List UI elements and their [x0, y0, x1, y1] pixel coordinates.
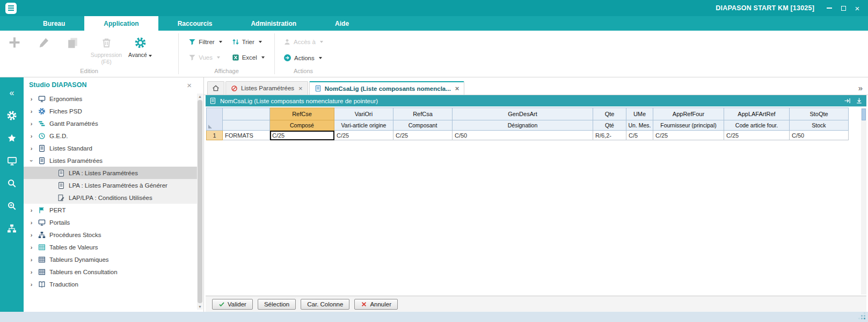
tab-nomcsalig-liste-composants-nomencla[interactable]: NomCsaLig (Liste composants nomencla...×	[309, 81, 465, 95]
column-header-gendesart[interactable]: GenDesArt	[453, 108, 593, 120]
copy-button[interactable]	[58, 31, 87, 50]
column-subheader-blank[interactable]	[223, 120, 270, 131]
grid-cell[interactable]: C/50	[790, 131, 849, 140]
sort-button[interactable]: Trier	[230, 38, 267, 46]
grid-scrollbar[interactable]	[861, 108, 866, 295]
grid-cell[interactable]: C/5	[626, 131, 653, 140]
expand-icon[interactable]: ›	[29, 133, 34, 139]
column-header-variori[interactable]: VariOri	[334, 108, 393, 120]
tree-item-listes-parametrees[interactable]: ›Listes Paramétrées	[24, 154, 197, 167]
tab-home[interactable]	[207, 81, 224, 95]
actions-button[interactable]: Actions	[281, 53, 325, 62]
column-subheader-applafartref[interactable]: Code article four.	[724, 120, 790, 131]
grid-cell[interactable]: C/25	[724, 131, 790, 140]
column-header-qte[interactable]: Qte	[593, 108, 626, 120]
tree-item-tableurs-dynamiques[interactable]: ›Tableurs Dynamiques	[24, 253, 197, 266]
column-subheader-refcse[interactable]: Composé	[270, 120, 334, 131]
expand-icon[interactable]: ›	[29, 256, 34, 263]
menu-item-application[interactable]: Application	[84, 16, 158, 31]
tree-item-g-e-d[interactable]: ›G.E.D.	[24, 130, 197, 142]
select-all-corner-cell[interactable]	[207, 108, 223, 131]
expand-icon[interactable]: ›	[29, 219, 34, 226]
expand-icon[interactable]: ›	[29, 232, 34, 238]
column-header-refcsa[interactable]: RefCsa	[393, 108, 453, 120]
grid-cell-editing[interactable]: C/25	[270, 131, 334, 140]
close-icon[interactable]: ×	[851, 2, 864, 14]
views-button[interactable]: Vues	[186, 53, 224, 62]
scroll-down-icon[interactable]: ▼	[198, 304, 202, 310]
resize-grip-icon[interactable]	[864, 318, 865, 319]
tree-item-portails[interactable]: ›Portails	[24, 216, 197, 228]
tab-close-icon[interactable]: ×	[298, 84, 303, 92]
expand-icon[interactable]: ›	[29, 145, 34, 152]
menu-item-bureau[interactable]: Bureau	[24, 16, 84, 31]
column-header-appreffour[interactable]: AppRefFour	[653, 108, 724, 120]
tree-close-icon[interactable]: ×	[187, 81, 192, 90]
minimize-icon[interactable]	[823, 2, 836, 14]
column-header-refcse[interactable]: RefCse	[270, 108, 334, 120]
selection-button[interactable]: Sélection	[258, 299, 296, 310]
expand-icon[interactable]: ›	[29, 244, 34, 251]
column-subheader-variori[interactable]: Vari-article origine	[334, 120, 393, 131]
tree-item-procedures-stocks[interactable]: ›Procédures Stocks	[24, 228, 197, 241]
settings-icon[interactable]	[0, 104, 24, 127]
download-icon[interactable]	[856, 97, 863, 104]
column-header-stoqte[interactable]: StoQte	[790, 108, 849, 120]
grid-cell[interactable]: FORMATS	[223, 131, 270, 140]
tree-item-tables-de-valeurs[interactable]: ›Tables de Valeurs	[24, 241, 197, 253]
search-advanced-icon[interactable]	[0, 195, 24, 217]
column-header-ume[interactable]: UMe	[626, 108, 653, 120]
advanced-button[interactable]: Avancé	[126, 31, 155, 59]
expand-icon[interactable]: ›	[29, 108, 34, 115]
tree-scrollbar[interactable]: ▲ ▼	[197, 94, 203, 310]
edit-button[interactable]	[29, 31, 58, 50]
menu-item-raccourcis[interactable]: Raccourcis	[158, 16, 232, 31]
grid-cell[interactable]: C/25	[393, 131, 453, 140]
grid-scroll-thumb[interactable]	[862, 109, 866, 120]
tree-item-lap-lpa-conditions-utilisees[interactable]: LAP/LPA : Conditions Utilisées	[24, 191, 197, 204]
menu-item-administration[interactable]: Administration	[231, 16, 316, 31]
access-button[interactable]: Accès à	[281, 38, 325, 46]
go-to-last-icon[interactable]	[844, 97, 851, 104]
tab-listes-parametrees[interactable]: Listes Paramétrées×	[225, 81, 308, 95]
tree-item-traduction[interactable]: ›Traduction	[24, 278, 197, 290]
tree-item-lpa-listes-parametrees-a-generer[interactable]: LPA : Listes Paramétrées à Générer	[24, 179, 197, 191]
column-header-applafartref[interactable]: AppLAFArtRef	[724, 108, 790, 120]
search-icon[interactable]	[0, 172, 24, 195]
column-subheader-appreffour[interactable]: Fournisseur (principal)	[653, 120, 724, 131]
car-colonne-button[interactable]: Car. Colonne	[301, 299, 349, 310]
excel-button[interactable]: Excel	[230, 53, 267, 62]
expand-icon[interactable]: ›	[29, 281, 34, 288]
collapse-icon[interactable]: ›	[28, 158, 35, 163]
favorites-icon[interactable]	[0, 127, 24, 149]
column-subheader-gendesart[interactable]: Désignation	[453, 120, 593, 131]
maximize-icon[interactable]	[837, 2, 850, 14]
delete-button[interactable]: Suppression (F6)	[87, 31, 126, 65]
tree-item-ergonomies[interactable]: ›Ergonomies	[24, 92, 197, 105]
scroll-thumb[interactable]	[198, 100, 202, 303]
hierarchy-icon[interactable]	[0, 217, 24, 240]
grid-cell[interactable]: C/25	[334, 131, 393, 140]
menu-item-aide[interactable]: Aide	[316, 16, 368, 31]
tree-item-fiches-psd[interactable]: ›Fiches PSD	[24, 105, 197, 117]
column-subheader-qte[interactable]: Qté	[593, 120, 626, 131]
tree-item-listes-standard[interactable]: ›Listes Standard	[24, 142, 197, 154]
tab-close-icon[interactable]: ×	[455, 84, 459, 92]
scroll-up-icon[interactable]: ▲	[198, 94, 202, 99]
tree-item-gantt-parametres[interactable]: ›Gantt Paramétrés	[24, 117, 197, 130]
column-subheader-refcsa[interactable]: Composant	[393, 120, 453, 131]
grid-cell[interactable]: R/6,2-	[593, 131, 626, 140]
tree-item-pert[interactable]: ›PERT	[24, 204, 197, 216]
tab-overflow-icon[interactable]: »	[858, 83, 863, 92]
tree-item-lpa-listes-parametrees[interactable]: LPA : Listes Paramétrées	[24, 167, 197, 179]
filter-button[interactable]: Filtrer	[186, 38, 224, 46]
screens-icon[interactable]	[0, 149, 24, 172]
column-subheader-ume[interactable]: Un. Mes.	[626, 120, 653, 131]
grid-cell[interactable]: C/25	[653, 131, 724, 140]
add-button[interactable]	[0, 31, 29, 50]
tree-item-tableurs-en-consultation[interactable]: ›Tableurs en Consultation	[24, 266, 197, 278]
valider-button[interactable]: Valider	[212, 299, 253, 310]
column-header-blank[interactable]	[223, 108, 270, 120]
annuler-button[interactable]: Annuler	[354, 299, 398, 310]
expand-icon[interactable]: ›	[29, 207, 34, 213]
